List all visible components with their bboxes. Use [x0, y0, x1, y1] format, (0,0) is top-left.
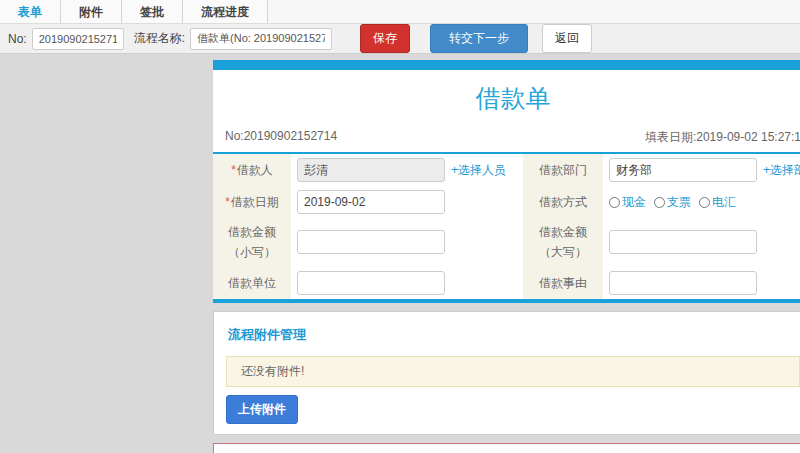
loan-reason-label: 借款事由	[523, 267, 603, 299]
loan-unit-field	[291, 267, 523, 299]
tab-approval[interactable]: 签批	[122, 0, 183, 23]
loan-method-label: 借款方式	[523, 186, 603, 218]
panel-bottom-bar	[213, 299, 800, 303]
form-grid: *借款人 +选择人员 借款部门 +选择部门 *借款日期 借款方式	[213, 154, 800, 299]
panel-top-bar	[213, 60, 800, 70]
method-check-option[interactable]: 支票	[654, 194, 691, 211]
form-title: 借款单	[213, 70, 800, 123]
no-attachments-message: 还没有附件!	[226, 356, 800, 387]
loan-method-field: 现金 支票 电汇	[603, 186, 800, 218]
attachments-panel: 流程附件管理 还没有附件! 上传附件	[213, 311, 800, 435]
tab-progress[interactable]: 流程进度	[183, 0, 268, 23]
action-toolbar: No: 流程名称: 保存 转交下一步 返回	[0, 24, 800, 54]
loan-date-input[interactable]	[297, 190, 445, 214]
form-meta: No:20190902152714 填表日期:2019-09-02 15:27:…	[213, 123, 800, 154]
tab-form[interactable]: 表单	[0, 0, 61, 23]
amount-upper-input[interactable]	[609, 230, 757, 254]
no-input[interactable]	[32, 28, 124, 50]
loan-unit-input[interactable]	[297, 271, 445, 295]
upload-attachment-button[interactable]: 上传附件	[226, 395, 298, 424]
department-label: 借款部门	[523, 154, 603, 186]
method-wire-option[interactable]: 电汇	[699, 194, 736, 211]
amount-upper-field	[603, 218, 800, 267]
method-check-radio[interactable]	[654, 197, 665, 208]
department-field: +选择部门	[603, 154, 800, 186]
loan-date-label: *借款日期	[213, 186, 291, 218]
method-cash-radio[interactable]	[609, 197, 620, 208]
no-label: No:	[8, 32, 27, 46]
department-input[interactable]	[609, 158, 757, 182]
tab-attachments[interactable]: 附件	[61, 0, 122, 23]
attachments-title: 流程附件管理	[226, 320, 800, 350]
form-date-text: 填表日期:2019-09-02 15:27:1	[645, 129, 800, 146]
forward-next-step-button[interactable]: 转交下一步	[430, 24, 528, 53]
method-cash-option[interactable]: 现金	[609, 194, 646, 211]
borrower-input[interactable]	[297, 158, 445, 182]
main-content: 借款单 No:20190902152714 填表日期:2019-09-02 15…	[213, 60, 800, 453]
amount-upper-label: 借款金额（大写）	[523, 218, 603, 267]
amount-lower-label: 借款金额（小写）	[213, 218, 291, 267]
loan-form-panel: 借款单 No:20190902152714 填表日期:2019-09-02 15…	[213, 60, 800, 303]
process-name-label: 流程名称:	[134, 30, 185, 47]
method-wire-radio[interactable]	[699, 197, 710, 208]
tab-bar: 表单 附件 签批 流程进度	[0, 0, 800, 24]
amount-lower-field	[291, 218, 523, 267]
borrower-label: *借款人	[213, 154, 291, 186]
select-department-link[interactable]: +选择部门	[763, 162, 800, 179]
loan-date-field	[291, 186, 523, 218]
approval-panel: 流程签批意见 B I abc	[213, 443, 800, 453]
back-button[interactable]: 返回	[542, 24, 592, 53]
process-name-input[interactable]	[190, 28, 332, 50]
borrower-field: +选择人员	[291, 154, 523, 186]
select-person-link[interactable]: +选择人员	[451, 162, 506, 179]
loan-reason-input[interactable]	[609, 271, 757, 295]
amount-lower-input[interactable]	[297, 230, 445, 254]
form-no-text: No:20190902152714	[225, 129, 337, 146]
loan-reason-field	[603, 267, 800, 299]
loan-unit-label: 借款单位	[213, 267, 291, 299]
save-button[interactable]: 保存	[360, 24, 410, 53]
